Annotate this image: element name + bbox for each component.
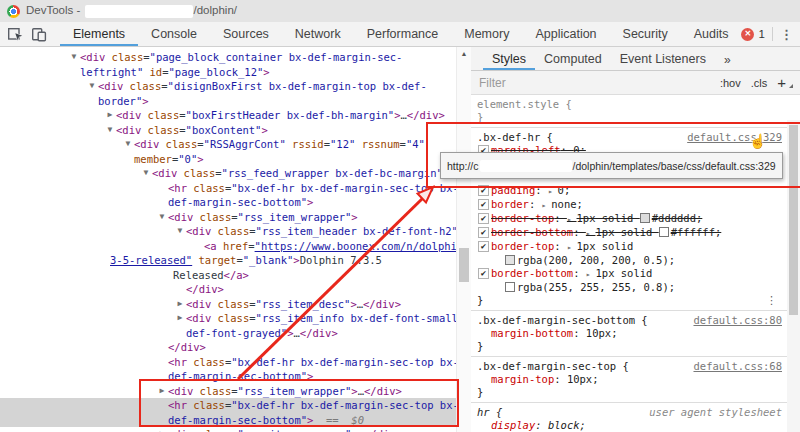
- dom-tree-row[interactable]: ▼<div class="RSSAggrCont" rssid="12" rss…: [0, 137, 456, 152]
- css-source-link[interactable]: default.css:80: [693, 314, 782, 327]
- expanded-arrow-icon[interactable]: ▼: [175, 224, 185, 239]
- css-property-border-top[interactable]: ✔border-top: ▸ 1px solid #dddddd;: [477, 212, 785, 226]
- dom-tree-row[interactable]: def-font-grayed">…</div>: [0, 326, 456, 341]
- expanded-arrow-icon[interactable]: ▼: [69, 50, 79, 65]
- rule-selector[interactable]: .bx-def-hr {: [477, 131, 553, 143]
- dom-tree-row[interactable]: ▶<div class="rss_item_info bx-def-font-s…: [0, 311, 456, 326]
- styles-filter-input[interactable]: [477, 75, 715, 91]
- dom-tree-row[interactable]: ▶<div class="rss_item_wrapper">…</div>: [0, 384, 456, 399]
- dom-tree-row[interactable]: border">: [0, 94, 456, 109]
- expanded-arrow-icon[interactable]: ▼: [123, 137, 133, 152]
- redacted-url: [85, 5, 193, 18]
- dom-tree-row[interactable]: def-margin-sec-bottom">: [0, 195, 456, 210]
- css-source-link[interactable]: default.css:68: [693, 360, 782, 373]
- rule-selector[interactable]: hr {: [477, 406, 502, 418]
- tab-security[interactable]: Security: [610, 22, 681, 46]
- expand-shorthand-icon[interactable]: ▸: [542, 201, 552, 210]
- styles-filter-bar: :hov.cls+: [471, 71, 800, 95]
- tab-memory[interactable]: Memory: [451, 22, 522, 46]
- color-swatch[interactable]: [505, 282, 515, 292]
- dom-tree-row[interactable]: ▶<div class="boxFirstHeader bx-def-bh-ma…: [0, 108, 456, 123]
- color-swatch[interactable]: [505, 255, 515, 265]
- dom-tree-row[interactable]: ▶<div class="rss_item_desc">…</div>: [0, 297, 456, 312]
- css-property-border-top[interactable]: ✔border-top: ▸ 1px solid: [477, 240, 785, 254]
- css-property-border-bottom[interactable]: ✔border-bottom: ▸ 1px solid #ffffff;: [477, 226, 785, 240]
- color-swatch[interactable]: [659, 227, 669, 237]
- color-swatch[interactable]: [640, 213, 650, 223]
- expanded-arrow-icon[interactable]: ▼: [105, 123, 115, 138]
- css-property-padding[interactable]: ✔padding: ▸ 0;: [477, 184, 785, 198]
- collapsed-arrow-icon[interactable]: ▶: [175, 297, 185, 312]
- tab-sources[interactable]: Sources: [210, 22, 282, 46]
- expand-shorthand-icon[interactable]: ▸: [567, 243, 577, 252]
- dom-tree-row[interactable]: <hr class="bx-def-hr bx-def-margin-sec-t…: [0, 181, 456, 196]
- collapsed-arrow-icon[interactable]: ▶: [157, 427, 167, 432]
- dom-tree-row[interactable]: ▼<div class="rss_item_wrapper">: [0, 210, 456, 225]
- tab-audits[interactable]: Audits: [681, 22, 742, 46]
- css-source-link[interactable]: default.css:329: [687, 131, 782, 144]
- dom-tree-row[interactable]: ▼<div class="rss_feed_wrapper bx-def-bc-…: [0, 166, 456, 181]
- dom-tree-row[interactable]: ▶<div class="rss_item_wrapper">…</div>: [0, 427, 456, 432]
- dom-tree-row[interactable]: </div>: [0, 340, 456, 355]
- css-property-margin-top[interactable]: margin-top: 10px;: [477, 373, 785, 386]
- rule-selector[interactable]: .bx-def-margin-sec-top {: [477, 360, 629, 372]
- scrollbar-thumb[interactable]: [459, 248, 469, 282]
- error-badge[interactable]: ✕ 1: [741, 28, 764, 41]
- inspect-element-button[interactable]: [3, 23, 27, 45]
- property-checkbox[interactable]: ✔: [478, 241, 489, 252]
- collapsed-arrow-icon[interactable]: ▶: [157, 384, 167, 399]
- dom-tree-row[interactable]: 3-5-released" target="_blank">Dolphin 7.…: [0, 253, 456, 268]
- device-toolbar-button[interactable]: [27, 23, 51, 45]
- sidebar-tab-event-listeners[interactable]: Event Listeners: [611, 47, 715, 70]
- dom-tree-row[interactable]: ▼<div class="disignBoxFirst bx-def-margi…: [0, 79, 456, 94]
- expanded-arrow-icon[interactable]: ▼: [141, 166, 151, 181]
- tab-application[interactable]: Application: [522, 22, 609, 46]
- dom-tree-row[interactable]: <a href="https://www.boonex.com/n/dolphi…: [0, 239, 456, 254]
- property-checkbox[interactable]: ✔: [478, 213, 489, 224]
- styles-scrollbar[interactable]: [787, 120, 800, 432]
- dom-tree-row[interactable]: member="0">: [0, 152, 456, 167]
- property-checkbox[interactable]: ✔: [478, 268, 489, 279]
- expanded-arrow-icon[interactable]: ▼: [157, 210, 167, 225]
- css-property-margin-bottom[interactable]: margin-bottom: 10px;: [477, 327, 785, 340]
- css-property-display[interactable]: display: block;: [477, 419, 785, 432]
- dom-tree-row[interactable]: <hr class="bx-def-hr bx-def-margin-sec-t…: [0, 355, 456, 370]
- devtools-menu-button[interactable]: ⋮: [780, 27, 793, 42]
- dom-tree-row[interactable]: def-margin-sec-bottom">: [0, 369, 456, 384]
- sidebar-tab-computed[interactable]: Computed: [535, 47, 611, 70]
- new-style-rule-button[interactable]: +: [772, 74, 794, 91]
- expand-shorthand-icon[interactable]: ▸: [548, 187, 558, 196]
- dom-tree-row[interactable]: ▼<div class="boxContent">: [0, 123, 456, 138]
- collapsed-arrow-icon[interactable]: ▶: [105, 108, 115, 123]
- dom-tree-row[interactable]: </div>: [0, 282, 456, 297]
- class-toggle-button[interactable]: .cls: [746, 77, 773, 89]
- pseudo-state-button[interactable]: :hov: [715, 77, 746, 89]
- collapsed-arrow-icon[interactable]: ▶: [175, 311, 185, 326]
- expanded-arrow-icon[interactable]: ▼: [87, 79, 97, 94]
- tab-elements[interactable]: Elements: [60, 22, 138, 46]
- dom-tree-row[interactable]: Released</a>: [0, 268, 456, 283]
- rule-selector[interactable]: .bx-def-margin-sec-bottom {: [477, 314, 648, 326]
- scrollbar-thumb[interactable]: [789, 125, 798, 315]
- property-checkbox[interactable]: ✔: [478, 227, 489, 238]
- sidebar-tab-styles[interactable]: Styles: [483, 47, 535, 70]
- expand-shorthand-icon[interactable]: ▸: [567, 215, 577, 224]
- dom-tree-row-selected[interactable]: def-margin-sec-bottom"> == $0: [0, 413, 456, 428]
- rule-selector[interactable]: element.style {: [477, 98, 572, 110]
- tab-console[interactable]: Console: [138, 22, 210, 46]
- property-checkbox[interactable]: ✔: [478, 185, 489, 196]
- dom-tree-row[interactable]: ▼<div class="page_block_container bx-def…: [0, 50, 456, 65]
- dom-tree-row[interactable]: leftright" id="page_block_12">: [0, 65, 456, 80]
- scroll-up-arrow-icon[interactable]: ▲: [457, 50, 471, 57]
- css-property-border-bottom[interactable]: ✔border-bottom: ▸ 1px solid: [477, 267, 785, 281]
- dom-tree-row-selected[interactable]: <hr class="bx-def-hr bx-def-margin-sec-t…: [0, 398, 456, 413]
- tab-performance[interactable]: Performance: [354, 22, 452, 46]
- more-tabs-icon[interactable]: »: [715, 47, 740, 70]
- css-property-border[interactable]: ✔border: ▸ none;: [477, 198, 785, 212]
- elements-scrollbar[interactable]: ▲: [456, 47, 471, 432]
- tab-network[interactable]: Network: [282, 22, 354, 46]
- property-checkbox[interactable]: ✔: [478, 199, 489, 210]
- rule-overflow-menu-icon[interactable]: ⋮: [766, 294, 777, 307]
- dom-tree-row[interactable]: ▼<div class="rss_item_header bx-def-font…: [0, 224, 456, 239]
- inspect-icon: [7, 26, 23, 42]
